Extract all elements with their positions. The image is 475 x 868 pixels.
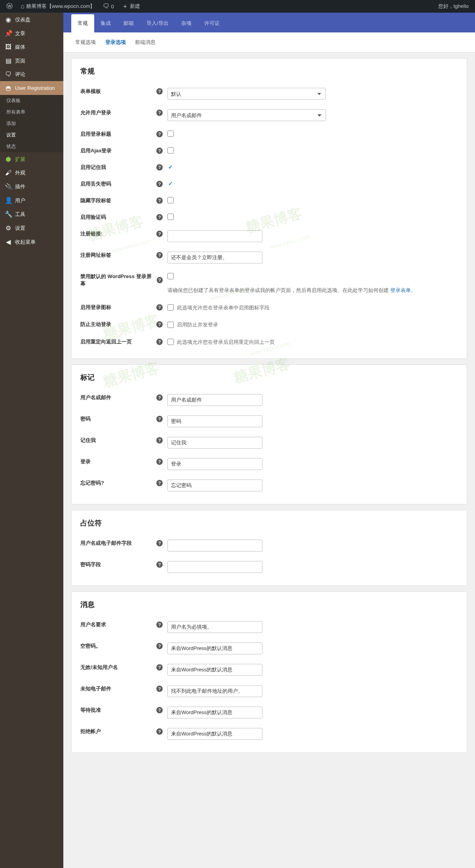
settings-icon: ⚙ bbox=[5, 224, 12, 232]
help-icon[interactable]: ? bbox=[156, 339, 163, 345]
msg-denied-input[interactable] bbox=[167, 728, 262, 740]
sidebar-item-media[interactable]: 🖾媒体 bbox=[0, 40, 63, 54]
remember-checkbox[interactable]: ✓ bbox=[167, 164, 174, 170]
tab-import-export[interactable]: 导入/导出 bbox=[140, 14, 175, 32]
lost-pw-checkbox[interactable]: ✓ bbox=[167, 180, 174, 187]
panel-labels: 标记 用户名或邮件? 密码? 记住我? 登录? 忘记密码?? bbox=[71, 364, 467, 504]
panel-title: 标记 bbox=[80, 373, 458, 382]
login-form-link[interactable]: 登录表单 bbox=[390, 287, 411, 293]
sidebar-item-collapse[interactable]: ◀收起菜单 bbox=[0, 235, 63, 249]
help-icon[interactable]: ? bbox=[156, 88, 163, 95]
new-content-link[interactable]: ＋新建 bbox=[119, 2, 143, 11]
ph-password-input[interactable] bbox=[167, 561, 262, 573]
sidebar-item-extensions[interactable]: ⬢扩展 bbox=[0, 152, 63, 166]
sidebar-item-settings[interactable]: ⚙设置 bbox=[0, 221, 63, 235]
sidebar-item-appearance[interactable]: 🖌外观 bbox=[0, 166, 63, 180]
hide-labels-checkbox[interactable] bbox=[167, 197, 174, 203]
label-forgot-input[interactable] bbox=[167, 479, 262, 491]
label-password-input[interactable] bbox=[167, 415, 262, 427]
help-icon[interactable]: ? bbox=[156, 728, 163, 735]
captcha-checkbox[interactable] bbox=[167, 214, 174, 220]
row-lost-password: 启用丢失密码? ✓ bbox=[80, 176, 458, 192]
panel-title: 消息 bbox=[80, 600, 458, 609]
help-icon[interactable]: ? bbox=[156, 480, 163, 486]
submenu-dashboard[interactable]: 仪表板 bbox=[0, 95, 63, 106]
site-name-link[interactable]: ⌂糖果博客【www.wpocn.com】 bbox=[17, 3, 98, 10]
help-icon[interactable]: ? bbox=[156, 131, 163, 137]
label-remember-input[interactable] bbox=[167, 437, 262, 449]
plug-icon: 🔌 bbox=[5, 183, 12, 190]
help-icon[interactable]: ? bbox=[156, 643, 163, 649]
login-title-checkbox[interactable] bbox=[167, 131, 174, 137]
help-icon[interactable]: ? bbox=[156, 214, 163, 220]
msg-empty-pw-input[interactable] bbox=[167, 642, 262, 654]
sidebar-item-plugins[interactable]: 🔌插件 bbox=[0, 180, 63, 193]
tab-email[interactable]: 邮箱 bbox=[117, 14, 140, 32]
form-template-select[interactable]: 默认 bbox=[167, 88, 326, 100]
sidebar-item-dashboard[interactable]: ◉仪表盘 bbox=[0, 13, 63, 27]
sidebar-item-posts[interactable]: 📌文章 bbox=[0, 27, 63, 40]
ajax-login-checkbox[interactable] bbox=[167, 147, 174, 154]
submenu-settings[interactable]: 设置 bbox=[0, 129, 63, 141]
tab-license[interactable]: 许可证 bbox=[198, 14, 226, 32]
help-icon[interactable]: ? bbox=[156, 459, 163, 465]
disable-wp-login-checkbox[interactable] bbox=[167, 273, 174, 279]
comments-link[interactable]: 🗨0 bbox=[100, 3, 117, 10]
tab-general[interactable]: 常规 bbox=[71, 14, 94, 32]
sidebar-item-pages[interactable]: ▤页面 bbox=[0, 54, 63, 68]
help-icon[interactable]: ? bbox=[156, 252, 163, 258]
help-icon[interactable]: ? bbox=[156, 707, 163, 713]
row-login-icons: 启用登录图标? 此选项允许您在登录表单中启用图标字段 bbox=[80, 299, 458, 316]
subtab-general-options[interactable]: 常规选项 bbox=[71, 37, 100, 47]
submenu-all-forms[interactable]: 所有表单 bbox=[0, 106, 63, 118]
help-icon[interactable]: ? bbox=[156, 622, 163, 628]
sidebar-item-comments[interactable]: 🗨评论 bbox=[0, 68, 63, 81]
help-icon[interactable]: ? bbox=[156, 110, 163, 116]
row-label-login: 登录? bbox=[80, 453, 458, 475]
redirect-back-checkbox[interactable] bbox=[167, 339, 174, 345]
sidebar-item-users[interactable]: 👤用户 bbox=[0, 193, 63, 207]
label-username-input[interactable] bbox=[167, 394, 262, 406]
help-icon[interactable]: ? bbox=[156, 148, 163, 154]
help-icon[interactable]: ? bbox=[156, 437, 163, 443]
wordpress-logo[interactable]: ⓦ bbox=[3, 2, 16, 11]
tab-integration[interactable]: 集成 bbox=[94, 14, 117, 32]
help-icon[interactable]: ? bbox=[156, 686, 163, 692]
subtab-login-options[interactable]: 登录选项 bbox=[101, 37, 130, 47]
submenu-add[interactable]: 添加 bbox=[0, 118, 63, 129]
help-icon[interactable]: ? bbox=[156, 540, 163, 546]
help-icon[interactable]: ? bbox=[156, 664, 163, 671]
help-icon[interactable]: ? bbox=[156, 231, 163, 237]
msg-unknown-email-input[interactable] bbox=[167, 685, 262, 697]
submenu-status[interactable]: 状态 bbox=[0, 141, 63, 152]
row-msg-invalid-user: 无效/未知用户名? bbox=[80, 659, 458, 680]
panel-messages: 消息 用户名要求? 空密码。? 无效/未知用户名? 未知电子邮件? 等待批准? bbox=[71, 591, 467, 753]
allow-login-select[interactable]: 用户名或邮件 bbox=[167, 109, 326, 121]
tab-misc[interactable]: 杂项 bbox=[175, 14, 198, 32]
help-icon[interactable]: ? bbox=[156, 321, 163, 328]
sidebar-item-tools[interactable]: 🔧工具 bbox=[0, 207, 63, 221]
row-disable-wp-login: 禁用默认的 WordPress 登录屏幕? 请确保您已创建了具有登录表单的登录或… bbox=[80, 268, 458, 299]
register-link-input[interactable] bbox=[167, 230, 262, 242]
help-icon[interactable]: ? bbox=[156, 197, 163, 204]
label-login-input[interactable] bbox=[167, 458, 262, 470]
msg-pending-input[interactable] bbox=[167, 707, 262, 718]
help-icon[interactable]: ? bbox=[156, 304, 163, 311]
account-link[interactable]: 您好，tghello bbox=[435, 3, 472, 10]
help-icon[interactable]: ? bbox=[156, 164, 163, 171]
msg-invalid-user-input[interactable] bbox=[167, 664, 262, 676]
sidebar-item-user-registration[interactable]: ◓User Registration bbox=[0, 81, 63, 95]
ph-username-input[interactable] bbox=[167, 540, 262, 552]
login-icons-checkbox[interactable] bbox=[167, 304, 174, 311]
help-icon[interactable]: ? bbox=[156, 181, 163, 187]
help-icon[interactable]: ? bbox=[156, 394, 163, 401]
help-icon[interactable]: ? bbox=[156, 561, 163, 568]
prevent-active-checkbox[interactable] bbox=[167, 322, 174, 328]
register-url-label-input[interactable] bbox=[167, 252, 262, 263]
sidebar-submenu: 仪表板 所有表单 添加 设置 状态 bbox=[0, 95, 63, 152]
help-icon[interactable]: ? bbox=[156, 416, 163, 422]
row-label-remember: 记住我? bbox=[80, 432, 458, 453]
help-icon[interactable]: ? bbox=[157, 277, 163, 283]
msg-username-req-input[interactable] bbox=[167, 621, 262, 633]
subtab-frontend-messages[interactable]: 前端消息 bbox=[131, 37, 160, 47]
